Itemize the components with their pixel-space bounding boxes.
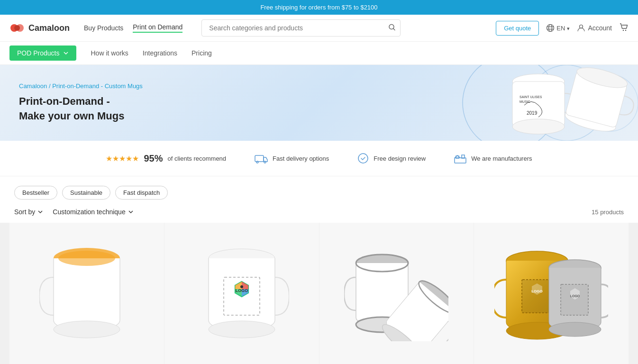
manufacturer-icon bbox=[454, 153, 466, 164]
svg-text:2019: 2019 bbox=[527, 110, 538, 116]
pod-chevron-icon bbox=[63, 50, 69, 56]
svg-point-17 bbox=[512, 119, 565, 134]
design-review-icon bbox=[357, 153, 369, 164]
pod-button-label: POD Products bbox=[17, 49, 59, 57]
svg-text:MUSIC: MUSIC bbox=[520, 100, 530, 103]
language-selector[interactable]: EN bbox=[546, 24, 570, 32]
product-card-1[interactable] bbox=[9, 223, 164, 364]
product-card-2[interactable]: LOGO bbox=[164, 223, 319, 364]
trust-badge-delivery: Fast delivery options bbox=[255, 153, 329, 164]
trust-badges: ★★★★★ 95% of clients recommend Fast deli… bbox=[0, 141, 638, 176]
account-area[interactable]: Account bbox=[577, 24, 612, 32]
sort-chevron-icon bbox=[37, 209, 43, 215]
trust-badge-manufacturer: We are manufacturers bbox=[454, 153, 532, 164]
colored-inside-mug-svg bbox=[39, 242, 134, 346]
language-chevron bbox=[567, 25, 570, 32]
enamel-mug-svg bbox=[344, 246, 448, 341]
search-input[interactable] bbox=[201, 19, 401, 36]
svg-text:SAINT ULISES: SAINT ULISES bbox=[520, 95, 542, 99]
logo-text: Camaloon bbox=[28, 23, 70, 33]
nav-right: Get quote EN Account bbox=[496, 21, 629, 36]
sort-bar: Sort by Customization technique 15 produ… bbox=[0, 204, 638, 223]
delivery-label: Fast delivery options bbox=[273, 155, 329, 162]
filter-sustainable[interactable]: Sustainable bbox=[62, 186, 110, 200]
trust-badge-recommend: ★★★★★ 95% of clients recommend bbox=[106, 153, 226, 164]
svg-point-32 bbox=[54, 321, 120, 338]
language-label: EN bbox=[556, 25, 565, 32]
buy-products-link[interactable]: Buy Products bbox=[84, 24, 123, 32]
svg-point-10 bbox=[623, 29, 624, 30]
svg-point-27 bbox=[358, 154, 368, 163]
hero-mugs-image: SAINT ULISES MUSIC 2019 bbox=[363, 65, 638, 141]
svg-point-5 bbox=[547, 25, 554, 32]
breadcrumb-current: Print-on-Demand - Custom Mugs bbox=[52, 82, 143, 90]
svg-line-4 bbox=[393, 28, 395, 30]
product-image-4: LOGO LOGO bbox=[483, 237, 619, 351]
sort-by-dropdown[interactable]: Sort by bbox=[14, 208, 43, 216]
svg-point-6 bbox=[549, 25, 552, 32]
svg-rect-24 bbox=[255, 155, 264, 162]
technique-dropdown[interactable]: Customization technique bbox=[53, 208, 133, 216]
product-card-3[interactable] bbox=[319, 223, 474, 364]
manufacturer-label: We are manufacturers bbox=[471, 155, 532, 162]
breadcrumb-home[interactable]: Camaloon bbox=[19, 82, 47, 90]
product-grid: LOGO bbox=[0, 223, 638, 364]
pod-products-button[interactable]: POD Products bbox=[9, 46, 76, 61]
product-card-4[interactable]: LOGO LOGO bbox=[474, 223, 629, 364]
svg-point-26 bbox=[264, 161, 266, 163]
svg-point-2 bbox=[14, 25, 20, 31]
product-image-1 bbox=[19, 237, 155, 351]
filter-tags-area: Bestseller Sustainable Fast dispatch bbox=[0, 176, 638, 204]
delivery-icon bbox=[255, 153, 268, 164]
hero-banner: Camaloon / Print-on-Demand - Custom Mugs… bbox=[0, 65, 638, 141]
filter-fast-dispatch[interactable]: Fast dispatch bbox=[115, 186, 168, 200]
svg-point-54 bbox=[549, 322, 601, 337]
top-banner: Free shipping for orders from $75 to $21… bbox=[0, 0, 638, 15]
design-label: Free design review bbox=[374, 155, 426, 162]
sub-navigation: POD Products How it works Integrations P… bbox=[0, 42, 638, 65]
main-navigation: Camaloon Buy Products Print on Demand Ge… bbox=[0, 15, 638, 42]
account-icon bbox=[577, 24, 585, 32]
product-image-3 bbox=[329, 237, 465, 351]
recommend-percent: 95% bbox=[144, 153, 163, 164]
cart-icon[interactable] bbox=[619, 23, 629, 34]
product-image-2: LOGO bbox=[174, 237, 310, 351]
filter-bestseller[interactable]: Bestseller bbox=[14, 186, 57, 200]
logo[interactable]: Camaloon bbox=[9, 20, 70, 36]
hero-content: Camaloon / Print-on-Demand - Custom Mugs… bbox=[19, 82, 143, 124]
get-quote-button[interactable]: Get quote bbox=[496, 21, 539, 36]
search-bar bbox=[201, 19, 401, 36]
svg-point-33 bbox=[58, 251, 115, 266]
globe-icon bbox=[546, 24, 555, 32]
svg-point-11 bbox=[625, 29, 626, 30]
account-label: Account bbox=[588, 24, 612, 32]
camaloon-logo-icon bbox=[9, 20, 25, 36]
svg-point-25 bbox=[256, 161, 258, 163]
stars-icon: ★★★★★ bbox=[106, 154, 139, 163]
trust-badge-design: Free design review bbox=[357, 153, 426, 164]
how-it-works-link[interactable]: How it works bbox=[91, 43, 128, 64]
logo-mug-svg: LOGO bbox=[194, 242, 289, 346]
recommend-label: of clients recommend bbox=[168, 155, 227, 162]
breadcrumb: Camaloon / Print-on-Demand - Custom Mugs bbox=[19, 82, 143, 90]
hero-mugs-svg: SAINT ULISES MUSIC 2019 bbox=[363, 65, 638, 141]
search-icon bbox=[388, 24, 396, 31]
hero-title: Print-on-Demand - Make your own Mugs bbox=[19, 94, 137, 124]
svg-point-35 bbox=[209, 321, 275, 338]
svg-text:LOGO: LOGO bbox=[570, 294, 580, 298]
product-count: 15 products bbox=[592, 209, 624, 216]
sort-by-label: Sort by bbox=[14, 208, 35, 216]
cart-svg bbox=[619, 23, 629, 32]
svg-text:LOGO: LOGO bbox=[235, 288, 248, 293]
technique-chevron-icon bbox=[128, 209, 134, 215]
metallic-mugs-svg: LOGO LOGO bbox=[494, 246, 608, 341]
technique-label: Customization technique bbox=[53, 208, 125, 216]
search-button[interactable] bbox=[388, 24, 396, 33]
svg-text:LOGO: LOGO bbox=[531, 289, 543, 293]
print-on-demand-link[interactable]: Print on Demand bbox=[133, 23, 182, 33]
banner-text: Free shipping for orders from $75 to $21… bbox=[260, 4, 377, 11]
nav-links: Buy Products Print on Demand bbox=[84, 23, 182, 33]
pricing-link[interactable]: Pricing bbox=[191, 43, 212, 64]
integrations-link[interactable]: Integrations bbox=[143, 43, 177, 64]
